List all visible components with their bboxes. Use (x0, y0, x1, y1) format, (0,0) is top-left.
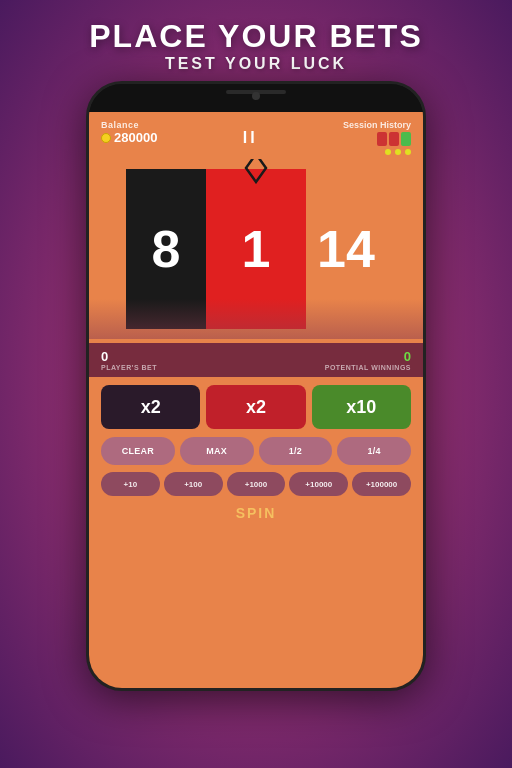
balance-amount: 280000 (114, 130, 157, 145)
spinner-right-number: 14 (317, 219, 375, 279)
coin-icon (101, 133, 111, 143)
phone-top-bar (89, 84, 423, 112)
session-bar-2 (389, 132, 399, 146)
clear-button[interactable]: CLEAR (101, 437, 175, 465)
svg-marker-0 (246, 159, 266, 182)
session-label: Session History (343, 120, 411, 130)
chip-1000[interactable]: +1000 (227, 472, 286, 496)
spinner-fade (89, 299, 423, 339)
max-button[interactable]: MAX (180, 437, 254, 465)
chip-10000[interactable]: +10000 (289, 472, 348, 496)
action-row: CLEAR MAX 1/2 1/4 (89, 433, 423, 469)
balance-value-row: 280000 (101, 130, 157, 145)
bet-right: 0 POTENTIAL WINNINGS (325, 349, 411, 371)
potential-winnings-value: 0 (404, 349, 411, 364)
session-dots (385, 149, 411, 155)
diamond-pointer (244, 159, 268, 188)
session-dot-1 (385, 149, 391, 155)
balance-section: Balance 280000 (101, 120, 157, 145)
player-bet-label: PLAYER'S BET (101, 364, 157, 371)
chip-100000[interactable]: +100000 (352, 472, 411, 496)
phone-shell: Balance 280000 II Session History (86, 81, 426, 691)
main-title: PLACE YOUR BETS (89, 18, 422, 55)
game-area: 8 1 14 0 PLAYER'S BET 0 (89, 159, 423, 688)
session-bars (377, 132, 411, 146)
bet-area: 0 PLAYER'S BET 0 POTENTIAL WINNINGS (89, 343, 423, 377)
page-header: PLACE YOUR BETS TEST YOUR LUCK (89, 18, 422, 73)
player-bet-value: 0 (101, 349, 157, 364)
app-top-bar: Balance 280000 II Session History (89, 112, 423, 159)
potential-winnings-label: POTENTIAL WINNINGS (325, 364, 411, 371)
half-button[interactable]: 1/2 (259, 437, 333, 465)
spin-button[interactable]: SPIN (236, 505, 277, 521)
bet-left: 0 PLAYER'S BET (101, 349, 157, 371)
session-bar-1 (377, 132, 387, 146)
balance-label: Balance (101, 120, 157, 130)
spin-area: SPIN (89, 499, 423, 525)
session-bar-3 (401, 132, 411, 146)
chip-row: +10 +100 +1000 +10000 +100000 (89, 469, 423, 499)
quarter-button[interactable]: 1/4 (337, 437, 411, 465)
session-history: Session History (343, 120, 411, 155)
sub-title: TEST YOUR LUCK (89, 55, 422, 73)
chip-10[interactable]: +10 (101, 472, 160, 496)
pause-icon[interactable]: II (243, 129, 258, 147)
chip-100[interactable]: +100 (164, 472, 223, 496)
spinner-container: 8 1 14 (89, 159, 423, 339)
multiplier-row: x2 x2 x10 (89, 377, 423, 433)
multiplier-button-x10[interactable]: x10 (312, 385, 411, 429)
phone-camera (252, 92, 260, 100)
multiplier-button-x2-dark[interactable]: x2 (101, 385, 200, 429)
multiplier-button-x2-red[interactable]: x2 (206, 385, 305, 429)
session-dot-3 (405, 149, 411, 155)
phone-screen: Balance 280000 II Session History (89, 112, 423, 688)
spinner-center-number: 1 (242, 219, 271, 279)
spinner-left-number: 8 (152, 219, 181, 279)
session-dot-2 (395, 149, 401, 155)
